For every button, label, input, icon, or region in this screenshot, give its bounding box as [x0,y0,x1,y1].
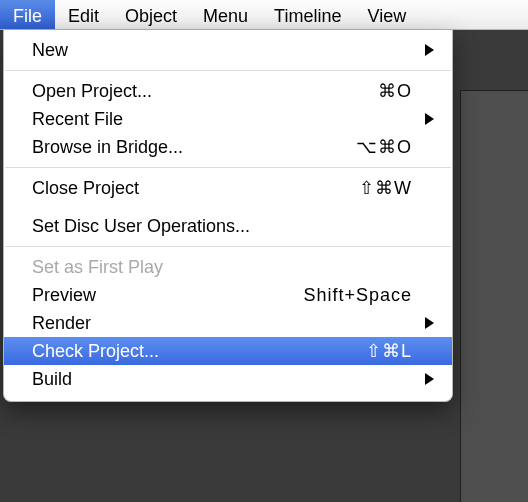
menu-item-check-project[interactable]: Check Project... ⇧⌘L [4,337,452,365]
menubar-item-view[interactable]: View [354,0,419,29]
menu-item-label: Render [32,313,412,334]
menu-item-shortcut: Shift+Space [293,285,412,306]
menu-item-label: Recent File [32,109,412,130]
menubar-item-file[interactable]: File [0,0,55,29]
menu-item-render[interactable]: Render [4,309,452,337]
menu-item-shortcut: ⇧⌘L [356,340,412,362]
menu-item-browse-in-bridge[interactable]: Browse in Bridge... ⌥⌘O [4,133,452,161]
menu-item-label: New [32,40,412,61]
menu-item-label: Close Project [32,178,349,199]
menu-item-label: Open Project... [32,81,368,102]
menu-item-shortcut: ⌘O [368,80,412,102]
menu-item-set-disc-user-operations[interactable]: Set Disc User Operations... [4,212,452,240]
menu-item-label: Preview [32,285,293,306]
app-panel [460,90,528,502]
menu-item-open-project[interactable]: Open Project... ⌘O [4,77,452,105]
menu-item-build[interactable]: Build [4,365,452,393]
menu-item-recent-file[interactable]: Recent File [4,105,452,133]
submenu-arrow-icon [412,40,434,61]
menu-item-preview[interactable]: Preview Shift+Space [4,281,452,309]
menubar: File Edit Object Menu Timeline View [0,0,528,30]
menu-item-label: Check Project... [32,341,356,362]
menu-item-label: Set Disc User Operations... [32,216,412,237]
file-menu: New Open Project... ⌘O Recent File Brows… [3,30,453,402]
menu-item-set-as-first-play: Set as First Play [4,253,452,281]
menu-separator [5,167,451,168]
menu-separator [5,70,451,71]
submenu-arrow-icon [412,313,434,334]
menubar-item-object[interactable]: Object [112,0,190,29]
menu-item-label: Build [32,369,412,390]
menu-item-clipped [4,202,452,212]
menu-item-label: Set as First Play [32,257,412,278]
menu-separator [5,246,451,247]
menu-item-new[interactable]: New [4,36,452,64]
submenu-arrow-icon [412,369,434,390]
menu-item-label: Browse in Bridge... [32,137,346,158]
submenu-arrow-icon [412,109,434,130]
menubar-item-timeline[interactable]: Timeline [261,0,354,29]
menu-item-close-project[interactable]: Close Project ⇧⌘W [4,174,452,202]
menubar-item-menu[interactable]: Menu [190,0,261,29]
menubar-item-edit[interactable]: Edit [55,0,112,29]
menu-item-shortcut: ⌥⌘O [346,136,412,158]
menu-item-shortcut: ⇧⌘W [349,177,412,199]
